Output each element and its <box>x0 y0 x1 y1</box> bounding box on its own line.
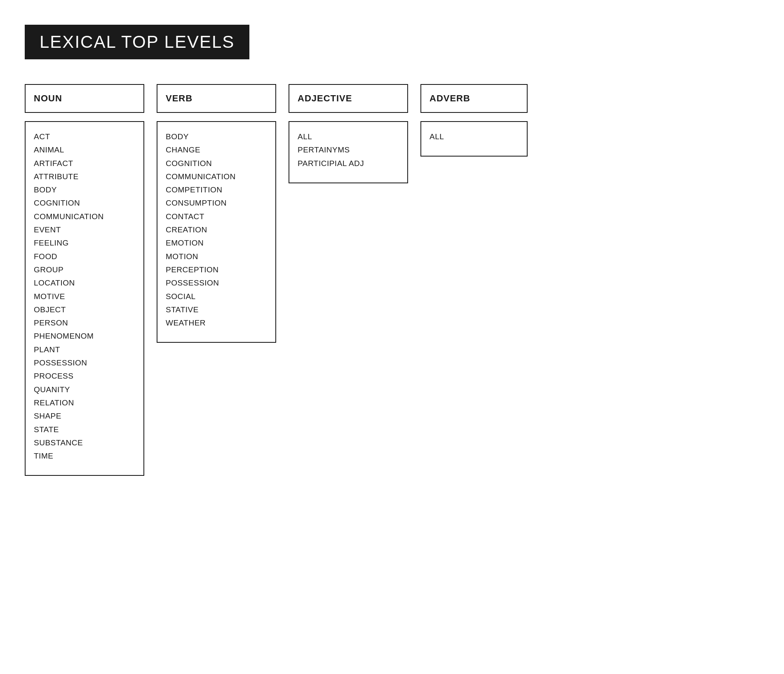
list-item: POSSESSION <box>34 356 135 370</box>
column-verb: VERBBODYCHANGECOGNITIONCOMMUNICATIONCOMP… <box>157 84 276 343</box>
list-item: PERSON <box>34 316 135 330</box>
list-item: ALL <box>430 130 519 143</box>
list-item: MOTIVE <box>34 290 135 303</box>
page-title-container: LEXICAL TOP LEVELS <box>25 25 249 59</box>
list-item: PROCESS <box>34 370 135 383</box>
list-item: STATIVE <box>166 303 267 316</box>
column-items-adjective: ALLPERTAINYMSPARTICIPIAL ADJ <box>289 121 408 183</box>
list-item: ACT <box>34 130 135 143</box>
list-item: ATTRIBUTE <box>34 170 135 183</box>
column-noun: NOUNACTANIMALARTIFACTATTRIBUTEBODYCOGNIT… <box>25 84 144 476</box>
list-item: ALL <box>298 130 399 143</box>
column-header-label-adjective: ADJECTIVE <box>298 93 352 103</box>
column-header-noun: NOUN <box>25 84 144 113</box>
column-adverb: ADVERBALL <box>420 84 528 157</box>
list-item: RELATION <box>34 396 135 410</box>
list-item: BODY <box>34 183 135 197</box>
list-item: TIME <box>34 449 135 463</box>
list-item: SOCIAL <box>166 290 267 303</box>
column-items-adverb: ALL <box>420 121 528 157</box>
column-items-noun: ACTANIMALARTIFACTATTRIBUTEBODYCOGNITIONC… <box>25 121 144 476</box>
list-item: POSSESSION <box>166 276 267 290</box>
list-item: PHENOMENOM <box>34 330 135 343</box>
list-item: FOOD <box>34 250 135 263</box>
list-item: CHANGE <box>166 143 267 157</box>
list-item: MOTION <box>166 250 267 263</box>
list-item: COMMUNICATION <box>34 210 135 223</box>
column-header-adjective: ADJECTIVE <box>289 84 408 113</box>
list-item: SHAPE <box>34 410 135 423</box>
list-item: CONTACT <box>166 210 267 223</box>
list-item: CREATION <box>166 223 267 236</box>
list-item: FEELING <box>34 236 135 250</box>
list-item: LOCATION <box>34 276 135 290</box>
column-header-label-noun: NOUN <box>34 93 62 103</box>
list-item: COMMUNICATION <box>166 170 267 183</box>
list-item: ANIMAL <box>34 143 135 157</box>
list-item: COGNITION <box>166 157 267 170</box>
list-item: EMOTION <box>166 236 267 250</box>
column-header-label-adverb: ADVERB <box>430 93 470 103</box>
list-item: CONSUMPTION <box>166 197 267 210</box>
column-items-verb: BODYCHANGECOGNITIONCOMMUNICATIONCOMPETIT… <box>157 121 276 343</box>
column-adjective: ADJECTIVEALLPERTAINYMSPARTICIPIAL ADJ <box>289 84 408 183</box>
columns-wrapper: NOUNACTANIMALARTIFACTATTRIBUTEBODYCOGNIT… <box>25 84 759 476</box>
list-item: ARTIFACT <box>34 157 135 170</box>
list-item: COMPETITION <box>166 183 267 197</box>
list-item: WEATHER <box>166 316 267 330</box>
list-item: PLANT <box>34 343 135 356</box>
column-header-adverb: ADVERB <box>420 84 528 113</box>
page-title: LEXICAL TOP LEVELS <box>40 32 235 51</box>
list-item: PARTICIPIAL ADJ <box>298 157 399 170</box>
list-item: SUBSTANCE <box>34 436 135 449</box>
list-item: COGNITION <box>34 197 135 210</box>
list-item: OBJECT <box>34 303 135 316</box>
list-item: PERCEPTION <box>166 263 267 276</box>
list-item: BODY <box>166 130 267 143</box>
list-item: STATE <box>34 423 135 436</box>
column-header-label-verb: VERB <box>166 93 192 103</box>
column-header-verb: VERB <box>157 84 276 113</box>
list-item: PERTAINYMS <box>298 143 399 157</box>
list-item: GROUP <box>34 263 135 276</box>
list-item: QUANITY <box>34 383 135 396</box>
list-item: EVENT <box>34 223 135 236</box>
